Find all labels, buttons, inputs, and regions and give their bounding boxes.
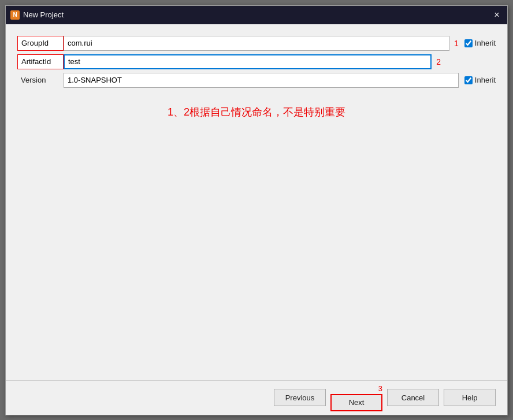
help-button[interactable]: Help: [444, 389, 496, 406]
groupid-input-wrapper: [64, 36, 449, 51]
artifactid-number: 2: [436, 54, 441, 69]
version-fields: Version: [17, 73, 459, 88]
next-number: 3: [378, 384, 382, 393]
version-input[interactable]: [64, 73, 459, 88]
version-inherit-label: Inherit: [475, 76, 496, 84]
groupid-label: GroupId: [17, 36, 64, 51]
artifactid-label: ArtifactId: [17, 54, 64, 69]
groupid-number: 1: [454, 36, 459, 51]
annotation-text: 1、2根据自己情况命名，不是特别重要: [17, 105, 496, 119]
previous-button[interactable]: Previous: [274, 389, 326, 406]
version-row: Version Inherit: [17, 73, 496, 88]
new-project-dialog: N New Project × GroupId 1 Inherit Artifa…: [5, 5, 508, 415]
artifactid-input-wrapper: [64, 54, 432, 69]
footer: Previous 3 Next Cancel Help: [6, 380, 507, 415]
version-inherit-group: Inherit: [459, 76, 496, 84]
cancel-button[interactable]: Cancel: [387, 389, 439, 406]
version-inherit-checkbox[interactable]: [464, 76, 473, 84]
groupid-inherit-label: Inherit: [475, 39, 496, 47]
title-bar-left: N New Project: [10, 10, 64, 20]
version-label: Version: [17, 73, 64, 88]
groupid-row: GroupId 1 Inherit: [17, 36, 496, 51]
artifactid-input[interactable]: [64, 54, 432, 69]
groupid-fields: GroupId 1: [17, 36, 459, 51]
groupid-input[interactable]: [64, 36, 449, 51]
next-button-wrapper: 3 Next: [330, 384, 382, 411]
app-icon: N: [10, 10, 20, 20]
groupid-inherit-checkbox[interactable]: [464, 39, 473, 47]
close-button[interactable]: ×: [491, 9, 503, 21]
version-input-wrapper: [64, 73, 459, 88]
artifactid-fields: ArtifactId 2: [17, 54, 441, 69]
form-content: GroupId 1 Inherit ArtifactId 2: [6, 24, 507, 380]
title-bar: N New Project ×: [6, 6, 507, 24]
artifactid-row: ArtifactId 2: [17, 54, 496, 69]
groupid-inherit-group: Inherit: [459, 39, 496, 47]
next-button[interactable]: Next: [330, 394, 382, 411]
dialog-title: New Project: [23, 10, 64, 19]
